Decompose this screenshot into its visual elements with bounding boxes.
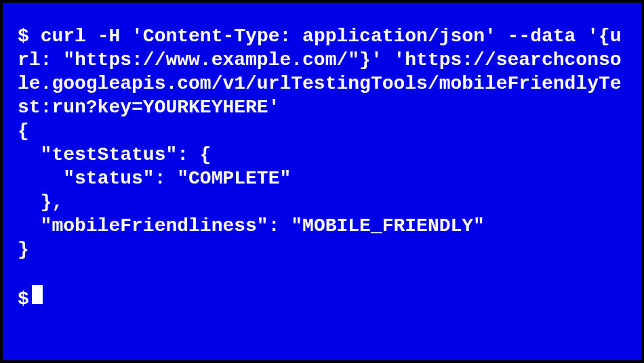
output-line: } <box>18 238 626 261</box>
output-line: "mobileFriendliness": "MOBILE_FRIENDLY" <box>18 214 626 238</box>
cursor-icon <box>32 285 43 304</box>
prompt-line: $ <box>18 285 626 311</box>
output-line: { <box>18 119 626 143</box>
blank-line <box>18 261 626 285</box>
prompt-symbol: $ <box>18 287 29 311</box>
command-text: curl -H 'Content-Type: application/json'… <box>18 26 622 118</box>
prompt-symbol: $ <box>18 26 29 47</box>
output-line: }, <box>18 190 626 214</box>
output-line: "status": "COMPLETE" <box>18 167 626 190</box>
terminal-window[interactable]: $ curl -H 'Content-Type: application/jso… <box>3 3 641 360</box>
output-line: "testStatus": { <box>18 143 626 167</box>
command-line: $ curl -H 'Content-Type: application/jso… <box>18 24 626 119</box>
